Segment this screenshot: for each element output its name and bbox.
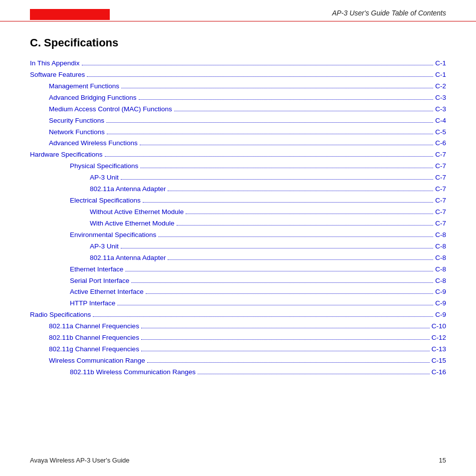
toc-page: C-7 xyxy=(435,196,446,206)
toc-link[interactable]: Advanced Bridging Functions xyxy=(49,93,137,103)
header-red-bar xyxy=(30,9,110,20)
toc-dots xyxy=(121,88,433,88)
toc-page: C-7 xyxy=(435,161,446,172)
toc-dots xyxy=(174,111,433,111)
toc-link[interactable]: Security Functions xyxy=(49,116,104,126)
toc-link[interactable]: Radio Specifications xyxy=(30,310,91,320)
toc-item[interactable]: Advanced Bridging FunctionsC-3 xyxy=(30,93,446,103)
toc-link[interactable]: 802.11a Antenna Adapter xyxy=(90,184,166,195)
toc-dots xyxy=(87,76,433,77)
toc-item[interactable]: 802.11a Antenna AdapterC-8 xyxy=(30,253,446,263)
toc-item[interactable]: With Active Ethernet ModuleC-7 xyxy=(30,219,446,229)
toc-link[interactable]: Management Functions xyxy=(49,81,119,92)
toc-dots xyxy=(139,99,434,100)
toc-page: C-2 xyxy=(435,81,446,92)
toc-page: C-7 xyxy=(435,184,446,195)
footer-left: Avaya Wireless AP-3 User's Guide xyxy=(30,457,129,464)
toc-link[interactable]: AP-3 Unit xyxy=(90,241,119,252)
toc-link[interactable]: In This Appendix xyxy=(30,58,80,69)
toc-page: C-8 xyxy=(435,230,446,240)
toc-item[interactable]: Advanced Wireless FunctionsC-6 xyxy=(30,138,446,149)
toc-page: C-3 xyxy=(435,104,446,115)
toc-link[interactable]: Wireless Communication Range xyxy=(49,356,145,366)
toc-dots xyxy=(105,156,434,157)
toc-link[interactable]: Serial Port Interface xyxy=(70,276,129,286)
toc-dots xyxy=(141,328,430,328)
toc-page: C-9 xyxy=(435,298,446,309)
toc-dots xyxy=(141,339,430,340)
toc-item[interactable]: Management FunctionsC-2 xyxy=(30,81,446,92)
toc-page: C-10 xyxy=(432,321,446,332)
toc-item[interactable]: Radio SpecificationsC-9 xyxy=(30,310,446,320)
toc-item[interactable]: Serial Port InterfaceC-8 xyxy=(30,276,446,286)
toc-item[interactable]: AP-3 UnitC-8 xyxy=(30,241,446,252)
toc-page: C-7 xyxy=(435,207,446,218)
toc-link[interactable]: 802.11b Channel Frequencies xyxy=(49,333,139,343)
toc-link[interactable]: Hardware Specifications xyxy=(30,150,103,160)
toc-item[interactable]: Environmental SpecificationsC-8 xyxy=(30,230,446,240)
toc-item[interactable]: Physical SpecificationsC-7 xyxy=(30,161,446,172)
toc-page: C-1 xyxy=(435,58,446,69)
toc-item[interactable]: 802.11b Wireless Communication RangesC-1… xyxy=(30,367,446,378)
toc-item[interactable]: 802.11a Antenna AdapterC-7 xyxy=(30,184,446,195)
toc-page: C-9 xyxy=(435,310,446,320)
toc-dots xyxy=(168,191,433,191)
toc-item[interactable]: Security FunctionsC-4 xyxy=(30,116,446,126)
toc-item[interactable]: AP-3 UnitC-7 xyxy=(30,173,446,183)
toc-dots xyxy=(143,202,433,203)
toc-link[interactable]: Physical Specifications xyxy=(70,161,138,172)
toc-page: C-9 xyxy=(435,287,446,297)
toc-dots xyxy=(93,316,433,317)
toc-link[interactable]: With Active Ethernet Module xyxy=(90,219,175,229)
toc-item[interactable]: Wireless Communication RangeC-15 xyxy=(30,356,446,366)
toc-link[interactable]: 802.11g Channel Frequencies xyxy=(49,344,139,355)
toc-link[interactable]: Advanced Wireless Functions xyxy=(49,138,138,149)
toc-dots xyxy=(147,362,430,363)
toc-page: C-7 xyxy=(435,219,446,229)
toc-link[interactable]: Ethernet Interface xyxy=(70,264,123,275)
toc-dots xyxy=(186,214,433,214)
toc-page: C-8 xyxy=(435,264,446,275)
toc-link[interactable]: 802.11b Wireless Communication Ranges xyxy=(70,367,196,378)
toc-dots xyxy=(82,65,434,65)
toc-item[interactable]: Software FeaturesC-1 xyxy=(30,70,446,80)
toc-page: C-6 xyxy=(435,138,446,149)
toc-link[interactable]: Medium Access Control (MAC) Functions xyxy=(49,104,172,115)
page: AP-3 User's Guide Table of Contents C. S… xyxy=(0,0,476,476)
toc-dots xyxy=(121,179,433,180)
toc-item[interactable]: Medium Access Control (MAC) FunctionsC-3 xyxy=(30,104,446,115)
toc-link[interactable]: Network Functions xyxy=(49,127,105,138)
toc-link[interactable]: Active Ethernet Interface xyxy=(70,287,144,297)
toc-item[interactable]: Without Active Ethernet ModuleC-7 xyxy=(30,207,446,218)
toc-item[interactable]: Electrical SpecificationsC-7 xyxy=(30,196,446,206)
toc-dots xyxy=(140,145,433,145)
toc-dots xyxy=(107,134,433,134)
toc-item[interactable]: In This AppendixC-1 xyxy=(30,58,446,69)
toc-item[interactable]: Network FunctionsC-5 xyxy=(30,127,446,138)
toc-link[interactable]: 802.11a Antenna Adapter xyxy=(90,253,166,263)
header: AP-3 User's Guide Table of Contents xyxy=(0,0,476,21)
toc-link[interactable]: Software Features xyxy=(30,70,85,80)
toc-link[interactable]: Without Active Ethernet Module xyxy=(90,207,184,218)
toc-dots xyxy=(121,248,433,248)
toc-page: C-5 xyxy=(435,127,446,138)
toc-dots xyxy=(198,374,430,374)
toc-dots xyxy=(158,237,433,237)
toc-item[interactable]: HTTP InterfaceC-9 xyxy=(30,298,446,309)
toc-item[interactable]: Active Ethernet InterfaceC-9 xyxy=(30,287,446,297)
footer-right: 15 xyxy=(439,457,446,464)
toc-page: C-13 xyxy=(432,344,446,355)
toc-page: C-16 xyxy=(432,367,446,378)
toc-item[interactable]: 802.11g Channel FrequenciesC-13 xyxy=(30,344,446,355)
toc-link[interactable]: HTTP Interface xyxy=(70,298,115,309)
toc-dots xyxy=(117,305,433,305)
toc-link[interactable]: AP-3 Unit xyxy=(90,173,119,183)
toc-item[interactable]: 802.11a Channel FrequenciesC-10 xyxy=(30,321,446,332)
toc-item[interactable]: Ethernet InterfaceC-8 xyxy=(30,264,446,275)
toc-dots xyxy=(140,168,433,168)
toc-link[interactable]: Electrical Specifications xyxy=(70,196,141,206)
toc-link[interactable]: Environmental Specifications xyxy=(70,230,156,240)
toc-link[interactable]: 802.11a Channel Frequencies xyxy=(49,321,139,332)
toc-item[interactable]: 802.11b Channel FrequenciesC-12 xyxy=(30,333,446,343)
toc-item[interactable]: Hardware SpecificationsC-7 xyxy=(30,150,446,160)
